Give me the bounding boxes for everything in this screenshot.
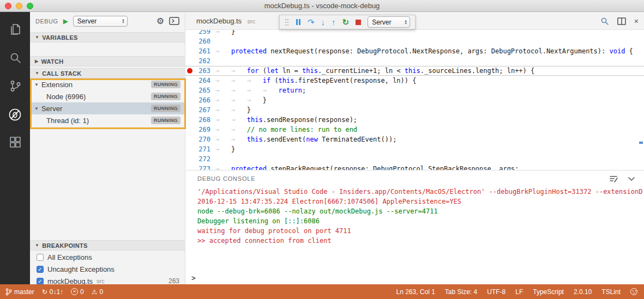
- debug-config-select[interactable]: Server ▲▼: [73, 16, 128, 27]
- code-editor[interactable]: 259→ }260261→ protected nextRequest(resp…: [185, 30, 644, 170]
- status-item-warning[interactable]: ⚠0: [92, 288, 103, 296]
- editor-gutter[interactable]: 266: [185, 95, 215, 105]
- status-item-git-branch[interactable]: master: [5, 288, 34, 296]
- breakpoint-checkbox[interactable]: [37, 254, 44, 261]
- editor-gutter[interactable]: 261: [185, 46, 215, 56]
- editor-gutter[interactable]: 268: [185, 115, 215, 125]
- section-label: WATCH: [41, 58, 63, 65]
- line-number: 266: [198, 95, 210, 105]
- breakpoint-checkbox[interactable]: ✓: [37, 278, 44, 285]
- breakpoint-checkbox[interactable]: ✓: [37, 266, 44, 273]
- drag-grip-icon[interactable]: [285, 19, 289, 26]
- status-item[interactable]: LF: [515, 288, 523, 296]
- status-item[interactable]: Ln 263, Col 1: [396, 288, 435, 296]
- call-stack-item[interactable]: Node (6996)RUNNING: [30, 90, 185, 102]
- close-icon[interactable]: ×: [634, 17, 639, 25]
- code-line: 271→ }: [185, 144, 644, 154]
- section-header-call-stack[interactable]: ▼ CALL STACK: [30, 68, 185, 78]
- code-text: → → → }: [215, 95, 267, 105]
- find-icon[interactable]: [600, 17, 609, 26]
- editor-gutter[interactable]: 270: [185, 135, 215, 144]
- debug-sidebar-title: DEBUG: [35, 18, 58, 25]
- line-number: 263: [198, 66, 210, 76]
- files-icon[interactable]: [0, 15, 30, 44]
- overview-ruler-mark: [639, 142, 643, 144]
- step-over-icon[interactable]: ↷: [308, 18, 315, 26]
- step-out-icon[interactable]: ↑: [332, 18, 336, 26]
- status-item[interactable]: Tab Size: 4: [445, 288, 477, 296]
- feedback-smiley-icon[interactable]: [630, 288, 637, 295]
- editor-gutter[interactable]: 260: [185, 36, 215, 46]
- split-editor-icon[interactable]: [617, 17, 626, 25]
- editor-gutter[interactable]: 272: [185, 154, 215, 164]
- code-line: 262: [185, 56, 644, 66]
- clear-console-icon[interactable]: [609, 175, 618, 182]
- tab-detail: src: [248, 18, 256, 25]
- step-into-icon[interactable]: ↓: [321, 18, 326, 26]
- line-number: 261: [198, 46, 210, 56]
- code-text: → → → → return;: [215, 86, 306, 95]
- section-header-watch[interactable]: ▶ WATCH: [30, 56, 185, 66]
- debug-actions-widget: ↷↓↑↻Server▲▼: [279, 15, 416, 29]
- line-number: 267: [198, 105, 210, 115]
- zoom-window-button[interactable]: [27, 3, 33, 9]
- breakpoint-dot[interactable]: [187, 68, 192, 74]
- source-control-icon[interactable]: [0, 72, 30, 100]
- status-item-sync[interactable]: ↻0↓1↑: [42, 288, 63, 296]
- start-debug-button[interactable]: ▶: [63, 17, 68, 25]
- status-item-error[interactable]: ×0: [71, 288, 84, 296]
- code-line: 259→ }: [185, 30, 644, 36]
- editor-gutter[interactable]: 265: [185, 86, 215, 95]
- line-number: 271: [198, 144, 210, 154]
- debug-icon[interactable]: [0, 100, 30, 129]
- line-number: 272: [198, 154, 210, 164]
- status-item-text: 0: [100, 288, 104, 296]
- breakpoint-item[interactable]: ✓Uncaught Exceptions: [30, 263, 185, 275]
- breakpoint-item[interactable]: All Exceptions: [30, 251, 185, 263]
- status-item[interactable]: 2.0.10: [574, 288, 592, 296]
- tab-mockdebug[interactable]: mockDebug.ts src: [196, 16, 255, 26]
- restart-icon[interactable]: ↻: [342, 18, 350, 26]
- collapse-panel-icon[interactable]: [628, 176, 635, 181]
- call-stack-item[interactable]: ▼ExtensionRUNNING: [30, 78, 185, 90]
- editor-gutter[interactable]: 259: [185, 30, 215, 36]
- open-debug-console-icon[interactable]: [169, 17, 179, 25]
- select-arrows-icon: ▲▼: [404, 20, 410, 25]
- code-line: 268→ → this.sendResponse(response);: [185, 115, 644, 125]
- console-input[interactable]: >: [185, 271, 644, 284]
- code-line: 260: [185, 36, 644, 46]
- stop-icon[interactable]: [356, 20, 361, 25]
- search-icon[interactable]: [0, 44, 30, 72]
- editor-gutter[interactable]: 263: [185, 66, 215, 76]
- debug-sidebar: DEBUG ▶ Server ▲▼ ⚙ ▼ VARIABLES ▶ WATCH …: [30, 12, 185, 284]
- debug-console-panel: DEBUG CONSOLE '/Applications/Visual Stud…: [185, 170, 644, 284]
- debug-session-select[interactable]: Server▲▼: [368, 16, 410, 28]
- status-item[interactable]: UTF-8: [487, 288, 505, 296]
- pause-icon[interactable]: [296, 19, 301, 25]
- configure-gear-icon[interactable]: ⚙: [157, 17, 164, 26]
- line-number: 262: [198, 56, 210, 66]
- editor-gutter[interactable]: 267: [185, 105, 215, 115]
- editor-gutter[interactable]: 262: [185, 56, 215, 66]
- section-header-variables[interactable]: ▼ VARIABLES: [30, 32, 185, 42]
- code-text: → → this.sendEvent(new TerminatedEvent()…: [215, 135, 396, 144]
- section-header-breakpoints[interactable]: ▼ BREAKPOINTS: [30, 240, 185, 251]
- chevron-down-icon: ▼: [34, 82, 39, 87]
- editor-gutter[interactable]: 271: [185, 144, 215, 154]
- editor-gutter[interactable]: 269: [185, 125, 215, 135]
- status-item[interactable]: TypeScript: [533, 288, 564, 296]
- editor-gutter[interactable]: 273: [185, 164, 215, 170]
- code-text: → → // no more lines: run to end: [215, 125, 357, 135]
- editor-gutter[interactable]: 264: [185, 76, 215, 86]
- status-item[interactable]: TSLint: [601, 288, 621, 296]
- close-window-button[interactable]: [5, 3, 11, 9]
- line-number: 270: [198, 135, 210, 144]
- chevron-down-icon: ▼: [35, 71, 39, 76]
- call-stack-item[interactable]: Thread (id: 1)RUNNING: [30, 114, 185, 126]
- breakpoint-item[interactable]: ✓mockDebug.tssrc263: [30, 275, 185, 284]
- window-controls: [5, 3, 33, 9]
- debug-sidebar-toolbar: DEBUG ▶ Server ▲▼ ⚙: [30, 12, 185, 30]
- minimize-window-button[interactable]: [16, 3, 22, 9]
- call-stack-item[interactable]: ▼ServerRUNNING: [30, 102, 185, 114]
- extensions-icon[interactable]: [0, 129, 30, 157]
